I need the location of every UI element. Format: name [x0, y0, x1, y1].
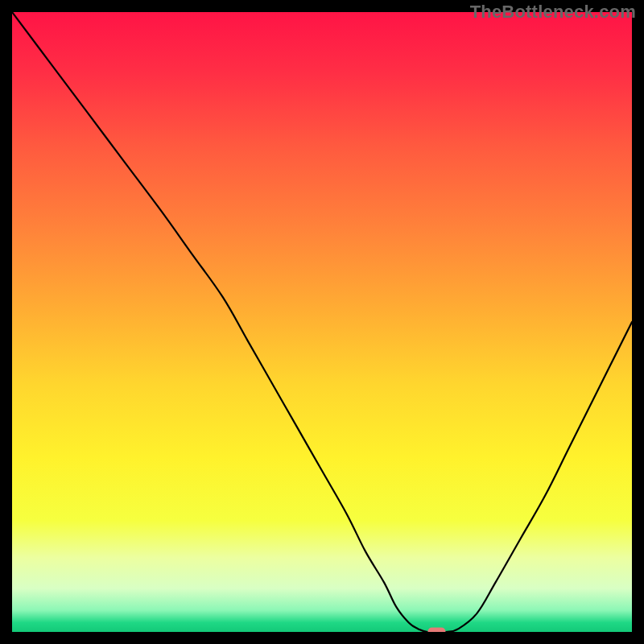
chart-svg — [12, 12, 632, 632]
watermark-text: TheBottleneck.com — [470, 2, 636, 23]
plot-area — [12, 12, 632, 632]
gradient-background — [12, 12, 632, 632]
optimal-marker — [427, 628, 445, 633]
chart-container: TheBottleneck.com — [0, 0, 644, 644]
